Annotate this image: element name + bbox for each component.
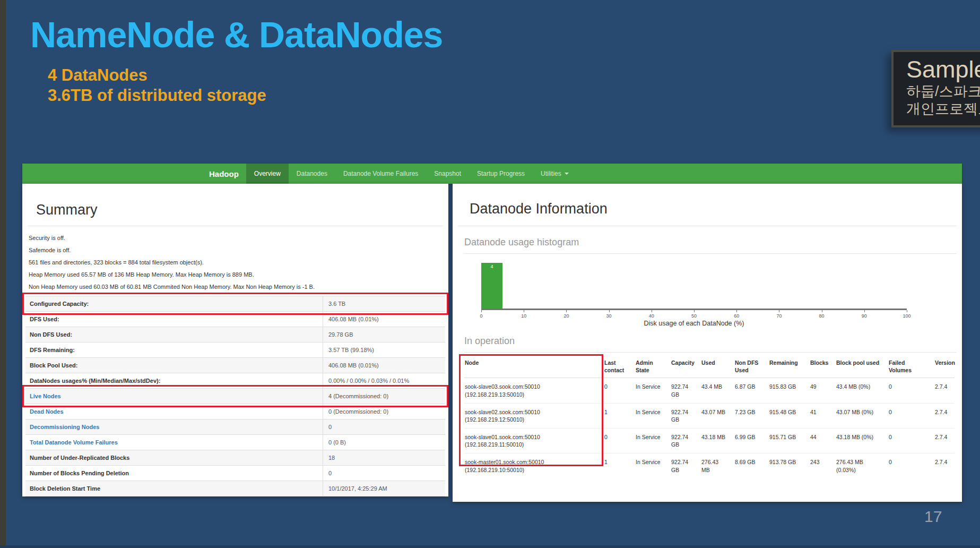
column-header-blocks: Blocks <box>810 357 830 378</box>
summary-heading: Summary <box>28 184 443 226</box>
datanode-row-4: sook-master01.sook.com:50010 (192.168.21… <box>464 453 955 478</box>
label-datanodes-usages-min-median-max-stddev: DataNodes usages% (Min/Median/Max/stdDev… <box>25 374 323 387</box>
value-non-dfs-used: 29.78 GB <box>323 327 445 342</box>
datanode-info-panel: Datanode Information Datanode usage hist… <box>453 184 962 502</box>
tab-datanodes[interactable]: Datanodes <box>289 164 335 184</box>
value-decommissioning-nodes: 0 <box>323 419 445 434</box>
cell-remaining: 915.48 GB <box>769 404 804 428</box>
tick-mark-70 <box>779 310 779 312</box>
cell-version: 2.7.4 <box>934 453 959 478</box>
datanode-row-3: sook-slave01.sook.com:50010 (192.168.219… <box>464 429 955 453</box>
cell-non-dfs-used: 7.23 GB <box>734 404 763 428</box>
cell-used: 276.43 MB <box>701 453 729 478</box>
cell-used: 43.18 MB <box>701 429 729 453</box>
label-number-of-under-replicated-blocks: Number of Under-Replicated Blocks <box>25 451 323 464</box>
summary-info-line-4: Heap Memory used 65.57 MB of 136 MB Heap… <box>29 271 442 278</box>
tick-mark-30 <box>609 310 610 312</box>
tick-label-0: 0 <box>480 313 482 319</box>
summary-row-decommissioning-nodes: Decommissioning Nodes0 <box>25 419 445 434</box>
column-header-node: Node <box>464 357 598 378</box>
cell-remaining: 913.78 GB <box>769 453 804 478</box>
tab-startup-progress[interactable]: Startup Progress <box>469 164 533 184</box>
tick-mark-100 <box>907 310 907 312</box>
slide-bottom-edge <box>0 545 980 548</box>
column-header-capacity: Capacity <box>671 357 695 378</box>
column-header-non-dfs-used: Non DFS Used <box>734 357 763 378</box>
tab-datanode-volume-failures[interactable]: Datanode Volume Failures <box>335 164 426 184</box>
cell-admin-state: In Service <box>635 404 665 428</box>
cell-node: sook-slave02.sook.com:50010 (192.168.219… <box>464 404 598 428</box>
content-panels: Summary Security is off.Safemode is off.… <box>22 184 962 502</box>
summary-info-line-1: Security is off. <box>29 235 442 241</box>
summary-row-non-dfs-used: Non DFS Used:29.78 GB <box>25 327 445 342</box>
usage-histogram: 4 0102030405060708090100 Disk usage of e… <box>481 261 907 325</box>
summary-row-block-pool-used: Block Pool Used:406.08 MB (0.01%) <box>25 357 445 373</box>
cell-blocks: 41 <box>810 404 830 428</box>
summary-info-line-3: 561 files and directories, 323 blocks = … <box>29 259 442 266</box>
cell-version: 2.7.4 <box>934 378 959 403</box>
cell-capacity: 922.74 GB <box>671 429 695 453</box>
value-dfs-used: 406.08 MB (0.01%) <box>323 312 445 327</box>
cell-failed-volumes: 0 <box>888 404 929 428</box>
navbar-brand[interactable]: Hadoop <box>209 169 239 178</box>
tab-utilities[interactable]: Utilities <box>533 164 577 184</box>
datanode-info-heading: Datanode Information <box>458 184 957 226</box>
label-number-of-blocks-pending-deletion: Number of Blocks Pending Deletion <box>25 467 323 480</box>
cell-remaining: 915.71 GB <box>769 429 804 453</box>
tick-label-90: 90 <box>862 313 867 319</box>
tick-mark-20 <box>566 310 567 312</box>
tick-mark-0 <box>481 310 482 312</box>
value-number-of-under-replicated-blocks: 18 <box>323 450 445 465</box>
value-total-datanode-volume-failures: 0 (0 B) <box>323 435 445 450</box>
summary-panel: Summary Security is off.Safemode is off.… <box>22 184 448 496</box>
summary-info-lines: Security is off.Safemode is off.561 file… <box>29 235 442 290</box>
column-header-last-contact: Last contact <box>604 357 629 378</box>
hadoop-navbar: Hadoop OverviewDatanodesDatanode Volume … <box>22 164 962 184</box>
column-header-block-pool-used: Block pool used <box>836 357 882 378</box>
sample-watermark-box: Sample 하둡/스파크 개인프로젝트 <box>891 50 980 127</box>
column-header-used: Used <box>701 357 729 378</box>
cell-node: sook-slave03.sook.com:50010 (192.168.219… <box>464 378 598 403</box>
summary-row-number-of-under-replicated-blocks: Number of Under-Replicated Blocks18 <box>25 450 445 465</box>
cell-remaining: 915.83 GB <box>769 378 804 403</box>
tick-mark-50 <box>694 310 695 312</box>
sample-watermark-line2: 개인프로젝트 <box>906 100 980 118</box>
tab-snapshot[interactable]: Snapshot <box>426 164 469 184</box>
cell-last-contact: 1 <box>604 453 629 478</box>
summary-row-configured-capacity: Configured Capacity:3.6 TB <box>25 296 445 311</box>
datanode-row-1: sook-slave03.sook.com:50010 (192.168.219… <box>464 378 955 403</box>
in-operation-heading: In operation <box>464 336 957 347</box>
cell-non-dfs-used: 6.87 GB <box>734 378 763 403</box>
histogram-heading: Datanode usage histogram <box>464 237 957 248</box>
cell-non-dfs-used: 8.69 GB <box>734 453 763 478</box>
cell-blocks: 49 <box>810 378 830 403</box>
tick-mark-60 <box>736 310 737 312</box>
summary-info-line-5: Non Heap Memory used 60.03 MB of 60.81 M… <box>29 284 442 290</box>
link-dead-nodes[interactable]: Dead Nodes <box>25 405 323 418</box>
cell-admin-state: In Service <box>635 378 665 403</box>
cell-version: 2.7.4 <box>934 429 959 453</box>
link-total-datanode-volume-failures[interactable]: Total Datanode Volume Failures <box>25 436 323 449</box>
cell-failed-volumes: 0 <box>888 453 929 478</box>
slide-subtitle-datanodes: 4 DataNodes <box>48 66 148 85</box>
divider <box>464 352 957 353</box>
summary-row-total-datanode-volume-failures: Total Datanode Volume Failures0 (0 B) <box>25 434 445 450</box>
link-live-nodes[interactable]: Live Nodes <box>25 390 323 403</box>
datanode-row-2: sook-slave02.sook.com:50010 (192.168.219… <box>464 404 955 429</box>
cell-admin-state: In Service <box>635 429 665 453</box>
cell-capacity: 922.74 GB <box>671 453 695 478</box>
divider <box>464 253 957 254</box>
value-live-nodes: 4 (Decommissioned: 0) <box>323 389 445 404</box>
tab-overview[interactable]: Overview <box>246 164 289 184</box>
summary-row-number-of-blocks-pending-deletion: Number of Blocks Pending Deletion0 <box>25 465 445 481</box>
label-non-dfs-used: Non DFS Used: <box>25 328 323 341</box>
datanode-table: NodeLast contactAdmin StateCapacityUsedN… <box>464 357 955 478</box>
link-decommissioning-nodes[interactable]: Decommissioning Nodes <box>25 421 323 433</box>
slide-canvas: { "slide": { "title": "NameNode & DataNo… <box>0 0 980 548</box>
tick-label-20: 20 <box>563 313 569 319</box>
tick-mark-40 <box>652 310 652 312</box>
slide-left-edge <box>0 0 6 548</box>
histogram-x-label: Disk usage of each DataNode (%) <box>481 320 907 327</box>
cell-block-pool-used: 43.4 MB (0%) <box>836 378 882 403</box>
value-configured-capacity: 3.6 TB <box>323 296 445 311</box>
